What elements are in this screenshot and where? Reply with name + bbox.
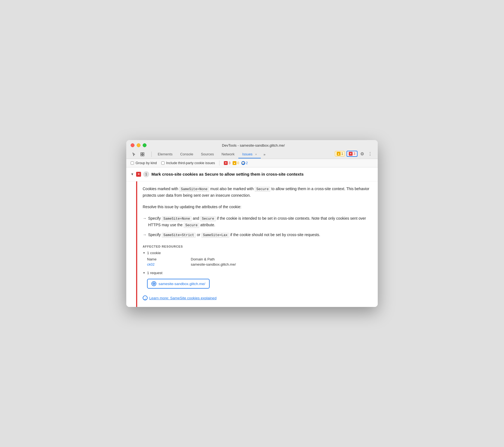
request-icon [151, 281, 156, 286]
cookie-section: ▼ 1 cookie Name Domain & Path ck02 sames… [143, 251, 372, 266]
cookie-table-row: ck02 samesite-sandbox.glitch.me/ [147, 262, 372, 266]
samesite-strict-code: SameSite=Strict [162, 233, 196, 238]
toolbar-icons [131, 151, 146, 158]
group-by-kind-checkbox[interactable] [131, 161, 134, 165]
samesite-none-code-b1: SameSite=None [162, 216, 192, 221]
inspect-icon[interactable] [139, 151, 146, 158]
error-badge[interactable]: ✕ 3 [347, 151, 358, 157]
request-section: ▼ 1 request samesite-sand [143, 271, 372, 289]
tab-more-button[interactable]: » [261, 151, 268, 158]
error-icon: ✕ [349, 152, 353, 156]
affected-section: AFFECTED RESOURCES ▼ 1 cookie Name Domai… [143, 245, 372, 289]
row2-warning-icon: ▲ [233, 161, 236, 165]
issue-body: Cookies marked with SameSite=None must a… [137, 181, 378, 307]
svg-rect-3 [143, 155, 144, 156]
row2-error-icon: ✕ [224, 161, 228, 165]
tab-bar: Elements Console Sources Network Issues … [131, 150, 373, 159]
tab-right-icons: ▲ 1 ✕ 3 ⚙ ⋮ [335, 150, 373, 159]
tab-console[interactable]: Console [176, 150, 197, 158]
third-party-checkbox[interactable] [161, 161, 165, 165]
row2-divider [219, 161, 219, 166]
toolbar-divider [151, 152, 152, 157]
samesite-none-code1: SameSite=None [179, 187, 209, 192]
request-link[interactable]: samesite-sandbox.glitch.me/ [147, 279, 210, 289]
tab-issues[interactable]: Issues × [238, 150, 261, 158]
expand-arrow-icon[interactable]: ▼ [131, 172, 134, 176]
toolbar-row2: Group by kind Include third-party cookie… [126, 159, 378, 167]
issue-header[interactable]: ▼ ✕ 1 Mark cross-site cookies as Secure … [126, 167, 378, 181]
learn-more-section: → Learn more: SameSite cookies explained [143, 295, 372, 300]
issue-bullet-1: → Specify SameSite=None and Secure if th… [143, 215, 372, 229]
warning-icon: ▲ [337, 152, 341, 156]
svg-rect-2 [141, 155, 142, 156]
title-bar: DevTools - samesite-sandbox.glitch.me/ [126, 140, 378, 159]
cookie-expand[interactable]: ▼ 1 cookie [143, 251, 372, 255]
tab-network[interactable]: Network [218, 150, 239, 158]
third-party-checkbox-group[interactable]: Include third-party cookie issues [161, 161, 215, 165]
issue-count-badge: 1 [143, 171, 149, 177]
cookie-domain-value: samesite-sandbox.glitch.me/ [191, 262, 372, 266]
cookie-expand-arrow: ▼ [143, 251, 145, 254]
row2-error-badge: ✕ 3 [224, 161, 230, 165]
tab-sources[interactable]: Sources [197, 150, 218, 158]
group-by-kind-checkbox-group[interactable]: Group by kind [131, 161, 157, 165]
bullet1-text: Specify SameSite=None and Secure if the … [148, 215, 372, 229]
secure-code-b1: Secure [200, 216, 216, 221]
svg-rect-0 [141, 153, 142, 154]
issue-title: Mark cross-site cookies as Secure to all… [151, 172, 304, 176]
cursor-icon[interactable] [131, 151, 138, 158]
issue-resolve: Resolve this issue by updating the attri… [143, 204, 372, 210]
affected-resources-title: AFFECTED RESOURCES [143, 245, 372, 248]
devtools-window: DevTools - samesite-sandbox.glitch.me/ [126, 140, 378, 307]
main-content: ▼ ✕ 1 Mark cross-site cookies as Secure … [126, 167, 378, 307]
svg-rect-1 [143, 153, 144, 154]
settings-icon[interactable]: ⚙ [359, 150, 365, 158]
request-expand[interactable]: ▼ 1 request [143, 271, 372, 275]
tab-close-icon[interactable]: × [255, 153, 257, 156]
secure-code2: Secure [255, 187, 270, 192]
cookie-name-link[interactable]: ck02 [147, 262, 191, 266]
tab-elements[interactable]: Elements [154, 150, 176, 158]
window-title: DevTools - samesite-sandbox.glitch.me/ [133, 143, 373, 147]
cookie-table-header: Name Domain & Path [147, 257, 372, 261]
row2-badges: ✕ 3 ▲ 0 💬 2 [224, 161, 248, 165]
secure-code-b1b: Secure [184, 223, 199, 228]
row2-info-icon: 💬 [241, 161, 245, 165]
warning-badge[interactable]: ▲ 1 [335, 151, 345, 156]
request-expand-arrow: ▼ [143, 271, 145, 274]
issue-description: Cookies marked with SameSite=None must a… [143, 186, 372, 199]
learn-more-link[interactable]: → Learn more: SameSite cookies explained [143, 295, 216, 300]
bullet2-text: Specify SameSite=Strict or SameSite=Lax … [148, 232, 320, 238]
cookie-table: Name Domain & Path ck02 samesite-sandbox… [147, 257, 372, 266]
issue-error-icon: ✕ [136, 172, 141, 177]
samesite-lax-code: SameSite=Lax [201, 233, 229, 238]
learn-more-icon: → [143, 295, 148, 300]
bullet2-arrow: → [143, 232, 146, 238]
issue-bullet-2: → Specify SameSite=Strict or SameSite=La… [143, 232, 372, 238]
bullet1-arrow: → [143, 215, 146, 229]
more-options-icon[interactable]: ⋮ [367, 150, 373, 158]
row2-info-badge: 💬 2 [241, 161, 248, 165]
issue-detail: Cookies marked with SameSite=None must a… [126, 181, 378, 307]
row2-warning-badge: ▲ 0 [233, 161, 239, 165]
